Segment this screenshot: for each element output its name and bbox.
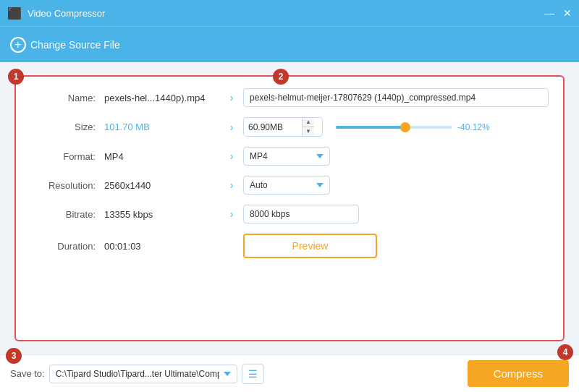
folder-button[interactable]: ☰	[242, 364, 264, 384]
bitrate-target	[243, 205, 549, 223]
resolution-select[interactable]: Auto 1920x1080 1280x720 640x480	[243, 176, 330, 195]
size-input[interactable]	[244, 119, 302, 136]
main-content: 1 2 Name: pexels-hel...1440p).mp4 › Size…	[0, 62, 579, 354]
preview-button[interactable]: Preview	[243, 234, 377, 258]
format-row: Format: MP4 › MP4 AVI MOV MKV	[30, 147, 549, 166]
compression-panel: 1 2 Name: pexels-hel...1440p).mp4 › Size…	[14, 75, 565, 341]
slider-track[interactable]	[336, 126, 452, 129]
badge-1: 1	[8, 69, 24, 85]
format-select[interactable]: MP4 AVI MOV MKV	[243, 147, 330, 166]
name-row: Name: pexels-hel...1440p).mp4 ›	[30, 88, 549, 107]
resolution-source-value: 2560x1440	[104, 180, 220, 191]
save-path-select[interactable]: C:\Tipard Studio\Tipard...ter Ultimate\C…	[49, 365, 237, 383]
save-to-label: Save to:	[10, 368, 45, 379]
size-row: Size: 101.70 MB › ▲ ▼ -40.12%	[30, 117, 549, 137]
format-label: Format:	[30, 151, 96, 162]
title-bar: ⬛ Video Compressor — ✕	[0, 0, 579, 26]
name-source-value: pexels-hel...1440p).mp4	[104, 93, 220, 103]
name-input[interactable]	[243, 88, 549, 107]
app-icon: ⬛	[7, 7, 22, 20]
compress-button[interactable]: Compress	[468, 360, 569, 387]
format-target: MP4 AVI MOV MKV	[243, 147, 549, 166]
toolbar: + Change Source File	[0, 26, 579, 62]
size-slider-container: -40.12%	[336, 122, 490, 132]
slider-percent: -40.12%	[457, 122, 490, 132]
bottom-bar: 3 Save to: C:\Tipard Studio\Tipard...ter…	[0, 354, 579, 392]
size-spinner[interactable]: ▲ ▼	[243, 117, 323, 137]
resolution-arrow-icon: ›	[224, 179, 239, 191]
duration-label: Duration:	[30, 241, 96, 252]
slider-fill	[336, 126, 405, 129]
title-bar-left: ⬛ Video Compressor	[7, 7, 105, 20]
size-up-button[interactable]: ▲	[303, 118, 314, 127]
slider-thumb[interactable]	[400, 122, 410, 132]
name-label: Name:	[30, 93, 96, 103]
resolution-row: Resolution: 2560x1440 › Auto 1920x1080 1…	[30, 176, 549, 195]
size-label: Size:	[30, 122, 96, 132]
format-source-value: MP4	[104, 151, 220, 162]
spinner-buttons: ▲ ▼	[302, 118, 314, 136]
bitrate-label: Bitrate:	[30, 209, 96, 220]
badge-3: 3	[6, 348, 22, 364]
badge-4: 4	[557, 344, 573, 360]
change-source-label: Change Source File	[30, 39, 120, 51]
window-controls: — ✕	[544, 8, 572, 18]
change-source-button[interactable]: + Change Source File	[10, 37, 120, 53]
duration-source-value: 00:01:03	[104, 241, 220, 252]
minimize-button[interactable]: —	[544, 8, 554, 18]
app-title: Video Compressor	[28, 8, 105, 19]
bitrate-source-value: 13355 kbps	[104, 209, 220, 220]
bitrate-arrow-icon: ›	[224, 208, 239, 220]
duration-row: Duration: 00:01:03 Preview	[30, 234, 549, 258]
resolution-label: Resolution:	[30, 180, 96, 191]
size-arrow-icon: ›	[224, 122, 239, 133]
save-to-section: 3 Save to: C:\Tipard Studio\Tipard...ter…	[10, 364, 264, 384]
size-target: ▲ ▼ -40.12%	[243, 117, 549, 137]
size-source-value: 101.70 MB	[104, 122, 220, 132]
preview-container: Preview	[243, 234, 377, 258]
bitrate-input[interactable]	[243, 205, 359, 223]
size-down-button[interactable]: ▼	[303, 127, 314, 136]
name-arrow-icon: ›	[224, 92, 239, 103]
name-target	[243, 88, 549, 107]
close-button[interactable]: ✕	[563, 8, 572, 18]
compress-section: 4 Compress	[468, 360, 569, 387]
badge-2: 2	[273, 69, 289, 85]
resolution-target: Auto 1920x1080 1280x720 640x480	[243, 176, 549, 195]
format-arrow-icon: ›	[224, 150, 239, 162]
add-icon: +	[10, 37, 26, 53]
bitrate-row: Bitrate: 13355 kbps ›	[30, 205, 549, 223]
